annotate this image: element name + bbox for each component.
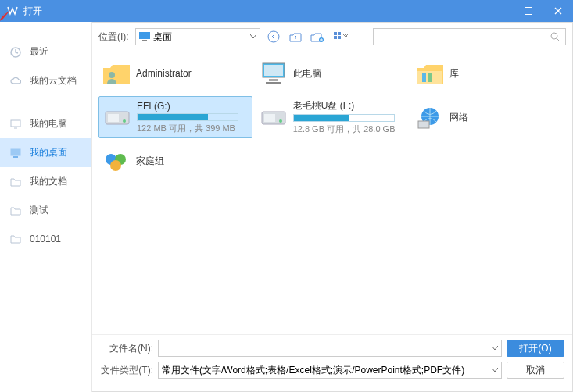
svg-rect-4: [11, 149, 20, 155]
sidebar-item-label: 最近: [30, 45, 48, 59]
maximize-button[interactable]: [514, 0, 543, 22]
location-value: 桌面: [153, 30, 172, 44]
desktop-icon: [139, 32, 150, 41]
chevron-down-icon: [492, 368, 498, 372]
item-this-pc[interactable]: 此电脑: [256, 52, 410, 94]
back-button[interactable]: [265, 28, 282, 45]
drive-icon: [102, 102, 132, 132]
main-panel: 位置(I): 桌面 Administrator 此电脑: [92, 22, 573, 392]
sidebar-item-label: 测试: [30, 204, 48, 217]
item-subtext: 122 MB 可用，共 399 MB: [137, 123, 249, 134]
svg-point-13: [551, 33, 557, 39]
item-network[interactable]: 网络: [412, 96, 566, 138]
item-label: 网络: [449, 111, 563, 124]
sidebar-item-desktop[interactable]: 我的桌面: [0, 138, 91, 167]
location-label: 位置(I):: [98, 30, 129, 44]
svg-rect-16: [264, 65, 283, 76]
view-button[interactable]: [331, 28, 353, 45]
computer-icon: [259, 59, 288, 88]
svg-point-27: [279, 119, 282, 123]
item-label: 老毛桃U盘 (F:): [293, 99, 406, 112]
homegroup-icon: [102, 146, 131, 176]
item-label: 库: [449, 67, 563, 80]
svg-rect-6: [142, 40, 147, 41]
svg-rect-12: [338, 36, 341, 39]
sidebar-item-recent[interactable]: 最近: [0, 37, 91, 66]
sidebar-item-label: 010101: [30, 233, 61, 244]
chevron-down-icon: [492, 346, 498, 351]
open-button[interactable]: 打开(O): [507, 340, 564, 357]
network-icon: [415, 102, 445, 132]
item-library[interactable]: 库: [412, 52, 566, 94]
close-button[interactable]: [543, 0, 573, 22]
sidebar-item-test[interactable]: 测试: [0, 196, 91, 225]
sidebar-item-documents[interactable]: 我的文档: [0, 167, 91, 196]
toolbar: 位置(I): 桌面: [92, 23, 572, 51]
monitor-icon: [9, 118, 22, 130]
sidebar: 最近 我的云文档 我的电脑 我的桌面 我的文档 测试 010101: [0, 22, 92, 392]
item-efi-drive[interactable]: EFI (G:) 122 MB 可用，共 399 MB: [98, 96, 252, 138]
cloud-icon: [9, 75, 22, 87]
cancel-button[interactable]: 取消: [507, 362, 564, 379]
svg-rect-20: [422, 73, 426, 82]
svg-rect-18: [266, 82, 281, 84]
sidebar-item-cloud[interactable]: 我的云文档: [0, 66, 91, 95]
svg-rect-3: [11, 120, 20, 127]
folder-icon: [9, 205, 22, 217]
filetype-label: 文件类型(T):: [100, 364, 153, 377]
folder-icon: [9, 176, 22, 188]
search-icon: [550, 31, 560, 42]
filename-label: 文件名(N):: [100, 342, 153, 355]
svg-point-14: [109, 72, 115, 78]
location-select[interactable]: 桌面: [135, 28, 260, 45]
up-button[interactable]: [287, 28, 304, 45]
file-grid: Administrator 此电脑 库 EFI (G:) 122 MB 可用，共…: [92, 51, 572, 334]
filetype-select[interactable]: 常用文件(文字/Word格式;表格/Excel格式;演示/PowerPoint格…: [158, 362, 502, 379]
usage-bar: [293, 114, 395, 122]
usage-bar: [137, 113, 238, 121]
library-icon: [415, 59, 445, 88]
sidebar-item-label: 我的文档: [30, 175, 67, 188]
item-usb-drive[interactable]: 老毛桃U盘 (F:) 12.8 GB 可用，共 28.0 GB: [256, 96, 410, 138]
desktop-icon: [9, 147, 22, 159]
filename-input[interactable]: [158, 340, 502, 357]
annotation-arrow: [0, 9, 11, 22]
new-folder-button[interactable]: [309, 28, 326, 45]
search-box[interactable]: [373, 28, 566, 45]
sidebar-item-label: 我的电脑: [30, 117, 67, 130]
svg-point-24: [123, 119, 126, 123]
sidebar-item-computer[interactable]: 我的电脑: [0, 109, 91, 138]
window-title: 打开: [23, 5, 514, 18]
search-input[interactable]: [378, 31, 550, 42]
svg-rect-29: [418, 121, 429, 128]
svg-rect-1: [525, 8, 532, 15]
item-label: EFI (G:): [137, 101, 249, 112]
svg-point-7: [268, 31, 279, 42]
sidebar-item-010101[interactable]: 010101: [0, 225, 91, 253]
bottom-panel: 文件名(N): 打开(O) 文件类型(T): 常用文件(文字/Word格式;表格…: [92, 334, 572, 391]
folder-icon: [9, 233, 22, 245]
svg-marker-0: [0, 9, 11, 22]
item-label: 家庭组: [136, 155, 249, 168]
user-folder-icon: [102, 59, 131, 88]
item-homegroup[interactable]: 家庭组: [98, 140, 252, 182]
sidebar-item-label: 我的桌面: [30, 146, 67, 159]
item-administrator[interactable]: Administrator: [98, 52, 252, 94]
svg-rect-11: [334, 36, 337, 39]
drive-icon: [259, 102, 288, 132]
item-subtext: 12.8 GB 可用，共 28.0 GB: [293, 123, 406, 135]
svg-rect-21: [428, 73, 432, 82]
sidebar-item-label: 我的云文档: [30, 74, 77, 87]
svg-point-32: [110, 160, 121, 171]
svg-rect-26: [264, 114, 275, 122]
svg-rect-5: [139, 32, 150, 39]
chevron-down-icon: [250, 34, 256, 39]
svg-rect-10: [338, 32, 341, 35]
titlebar: 打开: [0, 0, 573, 22]
svg-rect-9: [334, 32, 337, 35]
svg-rect-23: [108, 114, 119, 122]
item-label: 此电脑: [293, 67, 406, 80]
item-label: Administrator: [136, 68, 249, 79]
svg-rect-17: [269, 79, 278, 81]
clock-icon: [9, 46, 22, 59]
